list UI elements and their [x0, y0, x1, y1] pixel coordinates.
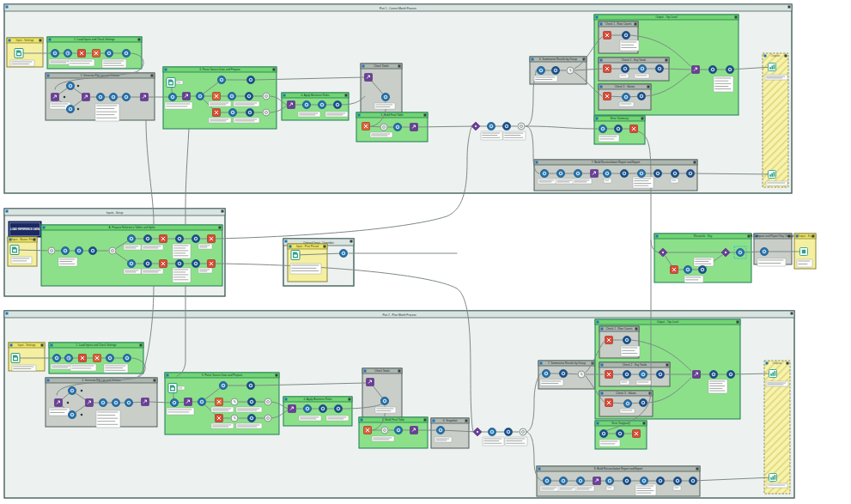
tool-icon-blue[interactable] [599, 124, 606, 132]
tool-icon-blue[interactable] [436, 426, 444, 434]
collapse-icon[interactable] [694, 161, 696, 164]
datetime-tool-icon[interactable] [64, 49, 71, 57]
container-titlebar-p2-rules[interactable] [283, 397, 352, 402]
tool-icon-blue[interactable] [639, 370, 647, 378]
input-file-icon[interactable] [10, 246, 19, 255]
filter-tool-icon[interactable] [78, 50, 86, 58]
schedule-tool-icon[interactable] [578, 371, 585, 378]
collapse-icon[interactable] [666, 364, 669, 367]
sample-tool-icon[interactable] [93, 50, 100, 58]
formula-tool-icon[interactable] [410, 124, 418, 131]
input-file-icon[interactable] [15, 49, 23, 58]
tool-icon-blue[interactable] [109, 93, 117, 100]
tool-icon-blue[interactable] [640, 477, 647, 484]
filter-tool-icon[interactable] [160, 235, 167, 243]
collapse-icon[interactable] [735, 16, 738, 19]
collapse-icon[interactable] [350, 240, 353, 243]
formula-tool-icon[interactable] [288, 101, 295, 109]
collapse-icon[interactable] [748, 235, 751, 238]
tool-icon-darkblue[interactable] [623, 477, 630, 484]
collapse-icon[interactable] [151, 75, 154, 77]
tool-icon-darkblue[interactable] [175, 259, 183, 267]
formula-tool-icon[interactable] [141, 94, 149, 101]
tool-icon-blue[interactable] [96, 93, 104, 100]
container-titlebar-p2-check2[interactable] [599, 362, 670, 367]
tool-icon-darkblue[interactable] [689, 477, 696, 484]
tool-icon-darkblue[interactable] [614, 124, 622, 132]
collapse-icon[interactable] [785, 55, 787, 58]
tool-icon-darkblue[interactable] [245, 92, 252, 100]
container-p2-outputs[interactable]: Outputs [764, 361, 790, 494]
tool-icon-darkblue[interactable] [246, 381, 254, 389]
tool-icon-darkblue[interactable] [175, 234, 183, 242]
schedule-tool-icon[interactable] [231, 415, 238, 422]
union-tool-icon[interactable] [264, 398, 271, 405]
filter-tool-icon[interactable] [213, 109, 221, 117]
container-titlebar-p1-parse[interactable] [163, 67, 277, 72]
union-tool-icon[interactable] [518, 123, 525, 130]
collapse-icon[interactable] [222, 210, 224, 213]
filter-tool-icon[interactable] [633, 430, 641, 438]
collapse-icon[interactable] [788, 235, 791, 238]
container-titlebar-p2-recon[interactable] [537, 466, 700, 471]
tool-icon-darkblue[interactable] [656, 477, 664, 484]
container-titlebar-setup-master[interactable] [8, 237, 37, 242]
formula-tool-icon[interactable] [52, 94, 59, 101]
collapse-icon[interactable] [787, 362, 789, 365]
tool-icon-darkblue[interactable] [655, 64, 663, 72]
union-tool-icon[interactable] [264, 415, 271, 422]
tool-icon-blue[interactable] [537, 66, 544, 74]
formula-tool-icon[interactable] [289, 405, 296, 413]
union-tool-icon[interactable] [380, 124, 387, 131]
tool-icon-blue[interactable] [66, 105, 74, 112]
tool-icon-darkblue[interactable] [622, 31, 629, 39]
filter-tool-icon[interactable] [605, 371, 613, 379]
tool-icon-blue[interactable] [605, 477, 613, 484]
tool-icon-blue[interactable] [196, 92, 204, 100]
container-titlebar-part2-outer[interactable] [4, 311, 794, 318]
container-titlebar-p1-summarise[interactable] [530, 57, 587, 62]
formula-tool-icon[interactable] [365, 74, 373, 82]
tool-icon-darkblue[interactable] [551, 66, 559, 74]
input-file-icon[interactable] [11, 354, 20, 363]
container-titlebar-p1-check-totals[interactable] [361, 64, 402, 69]
collapse-icon[interactable] [276, 374, 278, 377]
collapse-icon[interactable] [154, 380, 156, 382]
schedule-tool-icon[interactable] [231, 398, 238, 405]
container-titlebar-p2-load-inputs[interactable] [49, 343, 143, 348]
filter-tool-icon[interactable] [604, 32, 611, 39]
container-titlebar-p1-output-top[interactable] [594, 15, 739, 20]
tool-icon-blue[interactable] [122, 93, 130, 100]
tool-icon-darkblue[interactable] [88, 246, 96, 254]
tool-icon-darkblue[interactable] [656, 370, 664, 378]
tool-icon-blue[interactable] [559, 477, 567, 484]
collapse-icon[interactable] [398, 65, 401, 68]
tool-icon-blue[interactable] [122, 49, 130, 57]
formula-tool-icon[interactable] [185, 398, 192, 406]
tool-icon-darkblue[interactable] [319, 404, 326, 412]
tool-icon-darkblue[interactable] [246, 108, 253, 116]
tool-icon-darkblue[interactable] [333, 100, 341, 108]
tool-icon-blue[interactable] [540, 169, 548, 177]
union-tool-icon[interactable] [520, 428, 526, 435]
collapse-icon[interactable] [643, 422, 646, 425]
tool-icon-darkblue[interactable] [599, 429, 607, 437]
formula-tool-icon[interactable] [183, 93, 191, 100]
tool-icon-darkblue[interactable] [559, 369, 567, 377]
sample-tool-icon[interactable] [362, 123, 370, 131]
container-titlebar-p2-parse[interactable] [165, 373, 279, 378]
formula-tool-icon[interactable] [410, 427, 418, 434]
collapse-icon[interactable] [812, 235, 815, 238]
tool-icon-blue[interactable] [556, 169, 564, 177]
tool-icon-darkblue[interactable] [637, 92, 645, 100]
formula-tool-icon[interactable] [86, 399, 94, 407]
collapse-icon[interactable] [635, 23, 637, 26]
container-titlebar-p2-check3[interactable] [599, 391, 653, 396]
union-tool-icon[interactable] [48, 247, 55, 254]
container-titlebar-reconcile-key[interactable] [654, 234, 751, 239]
union-tool-icon[interactable] [263, 93, 270, 100]
sample-tool-icon[interactable] [216, 398, 223, 406]
union-tool-icon[interactable] [109, 247, 116, 254]
collapse-icon[interactable] [641, 118, 644, 120]
tool-icon-blue[interactable] [123, 354, 131, 361]
